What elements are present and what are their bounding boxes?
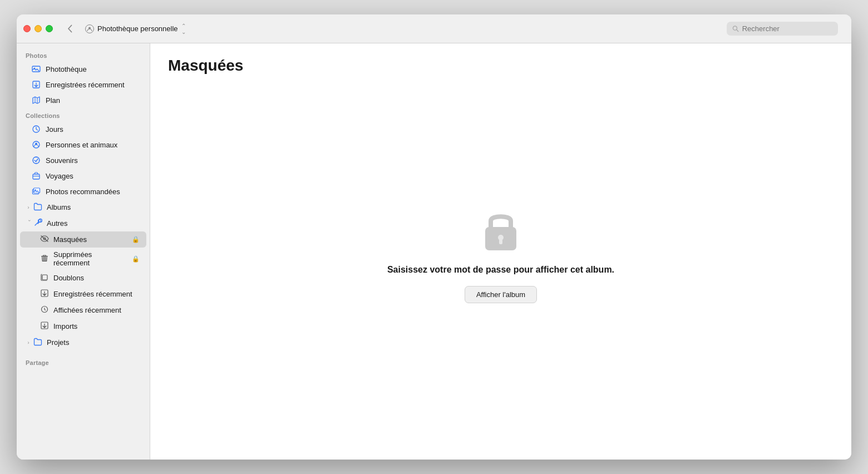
back-button[interactable] (62, 21, 77, 37)
sidebar: Photos Photothèque (17, 43, 150, 460)
search-bar[interactable] (727, 22, 838, 36)
sidebar-item-enregistrees-label: Enregistrées récemment (46, 81, 125, 89)
sidebar-item-enregistrees2-label: Enregistrées récemment (53, 290, 132, 298)
svg-rect-26 (499, 239, 502, 244)
sidebar-item-jours[interactable]: Jours (20, 121, 146, 137)
sidebar-group-projets-label: Projets (47, 338, 69, 347)
sidebar-item-masquees[interactable]: Masquées 🔒 (20, 231, 146, 248)
sidebar-item-phototheque[interactable]: Photothèque (20, 61, 146, 77)
folder2-blue-icon (33, 337, 42, 348)
traffic-lights (23, 25, 53, 32)
sidebar-item-personnes[interactable]: Personnes et animaux (20, 137, 146, 152)
sidebar-item-supprimees[interactable]: Supprimées récemment 🔒 (20, 248, 146, 270)
section-label-photos: Photos (17, 48, 150, 61)
folder-blue-icon (33, 202, 42, 213)
sidebar-item-affichees[interactable]: Affichées récemment (20, 302, 146, 318)
sidebar-group-albums-label: Albums (47, 203, 71, 211)
nav-controls: Photothèque personnelle ⌃⌄ (62, 21, 191, 37)
trash-icon (40, 254, 49, 264)
svg-line-2 (737, 29, 738, 31)
sidebar-item-voyages-label: Voyages (46, 172, 73, 180)
expand-arrow-albums: › (24, 204, 32, 211)
sidebar-item-imports-label: Imports (53, 322, 77, 330)
sidebar-item-masquees-label: Masquées (53, 235, 87, 244)
sidebar-group-albums[interactable]: › Albums (20, 199, 146, 215)
main-content: Masquées Saisissez votre mot de passe po… (150, 43, 851, 460)
souvenirs-icon (31, 155, 41, 165)
fullscreen-button[interactable] (46, 25, 53, 32)
person-blue-icon (31, 140, 41, 150)
sidebar-item-jours-label: Jours (46, 125, 63, 134)
svg-point-11 (33, 157, 40, 164)
eye-slash-icon (40, 234, 49, 245)
expand-arrow-projets: › (24, 339, 32, 347)
sidebar-item-enregistrees2[interactable]: Enregistrées récemment (20, 286, 146, 302)
app-window: Photothèque personnelle ⌃⌄ Photos (17, 14, 851, 460)
tools-icon (33, 218, 42, 229)
show-album-button[interactable]: Afficher l'album (465, 286, 537, 303)
sidebar-item-personnes-label: Personnes et animaux (46, 141, 117, 149)
page-title: Masquées (168, 57, 834, 75)
sidebar-item-supprimees-label: Supprimées récemment (53, 250, 127, 267)
search-input[interactable] (742, 24, 832, 33)
svg-rect-12 (33, 174, 40, 179)
import3-icon (40, 321, 49, 332)
sidebar-group-projets[interactable]: › Projets (20, 334, 146, 350)
sidebar-item-affichees-label: Affichées récemment (53, 306, 121, 314)
clock-icon (31, 124, 41, 134)
page-title-area: Masquées (150, 43, 851, 83)
library-label: Photothèque personnelle (97, 24, 178, 33)
sidebar-item-souvenirs[interactable]: Souvenirs (20, 152, 146, 168)
expand-arrow-autres: › (24, 220, 32, 228)
minimize-button[interactable] (34, 25, 42, 32)
bag-icon (31, 171, 41, 181)
sidebar-item-voyages[interactable]: Voyages (20, 168, 146, 184)
svg-rect-20 (42, 275, 47, 280)
map-icon (31, 95, 41, 105)
person-icon (85, 24, 94, 33)
duplicate-icon (40, 273, 49, 283)
lock-icon-large (479, 206, 523, 254)
chevron-updown-icon: ⌃⌄ (181, 23, 186, 35)
sidebar-group-autres[interactable]: › Autres (20, 215, 146, 231)
content-area: Photos Photothèque (17, 43, 851, 460)
sidebar-item-plan[interactable]: Plan (20, 92, 146, 108)
locked-message: Saisissez votre mot de passe pour affich… (387, 265, 614, 275)
sidebar-item-recommandees-label: Photos recommandées (46, 187, 120, 196)
locked-content: Saisissez votre mot de passe pour affich… (150, 83, 851, 460)
sidebar-item-doublons-label: Doublons (53, 274, 84, 282)
close-button[interactable] (23, 25, 31, 32)
section-label-collections: Collections (17, 108, 150, 121)
import-icon (31, 80, 41, 90)
section-label-partage: Partage (17, 355, 150, 368)
sidebar-item-doublons[interactable]: Doublons (20, 270, 146, 286)
sidebar-item-imports[interactable]: Imports (20, 318, 146, 334)
sidebar-item-recommandees[interactable]: Photos recommandées (20, 184, 146, 199)
sidebar-item-enregistrees[interactable]: Enregistrées récemment (20, 77, 146, 92)
search-icon (732, 25, 739, 32)
library-selector[interactable]: Photothèque personnelle ⌃⌄ (80, 21, 191, 37)
supprimees-lock-icon: 🔒 (132, 255, 140, 263)
sidebar-item-souvenirs-label: Souvenirs (46, 156, 78, 165)
sidebar-group-autres-label: Autres (47, 219, 68, 228)
sidebar-item-phototheque-label: Photothèque (46, 65, 87, 73)
masquees-lock-icon: 🔒 (132, 236, 140, 243)
titlebar: Photothèque personnelle ⌃⌄ (17, 14, 851, 43)
clock2-icon (40, 305, 49, 315)
sidebar-item-plan-label: Plan (46, 96, 60, 105)
photos-blue-icon (31, 186, 41, 196)
import2-icon (40, 289, 49, 299)
photo-library-icon (31, 64, 41, 74)
